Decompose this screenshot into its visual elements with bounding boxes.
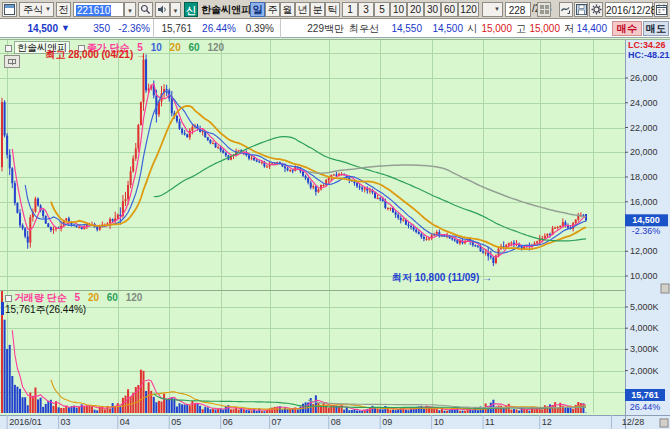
trade-value: 229백만 <box>288 19 344 38</box>
stock-chart-window: LC:34.26HC:-48.2126,00024,00022,00020,00… <box>0 0 670 429</box>
svg-text:03: 03 <box>61 417 71 427</box>
svg-text:08: 08 <box>331 417 341 427</box>
stock-code-dropdown[interactable]: ▼ <box>124 2 136 17</box>
trendline-icon <box>561 4 572 15</box>
interval-button-20[interactable]: 20 <box>407 2 424 17</box>
svg-text:24,000: 24,000 <box>630 98 658 108</box>
svg-text:09: 09 <box>382 417 392 427</box>
svg-text:-2.36%: -2.36% <box>632 226 661 236</box>
svg-text:16,000: 16,000 <box>630 197 658 207</box>
date-input[interactable]: 2016/12/28 <box>605 2 653 17</box>
current-price: 14,500 <box>8 19 58 38</box>
window-icon[interactable] <box>2 2 17 17</box>
divider <box>153 19 154 38</box>
interval-button-120[interactable]: 120 <box>458 2 479 17</box>
new-listing-badge: 신 <box>184 2 198 17</box>
series-checkbox[interactable] <box>78 45 85 52</box>
svg-text:4,000K: 4,000K <box>630 323 659 333</box>
grid-icon <box>8 59 16 64</box>
svg-text:11: 11 <box>485 417 494 427</box>
sound-dropdown[interactable]: ▼ <box>170 2 181 17</box>
chevron-down-icon: ▼ <box>127 8 133 14</box>
svg-text:12,000: 12,000 <box>630 246 658 256</box>
svg-text:20,000: 20,000 <box>630 147 658 157</box>
tab-period-month[interactable]: 월 <box>280 2 295 17</box>
svg-text:26.44%: 26.44% <box>630 402 661 412</box>
prev-stock-button[interactable]: 전 <box>56 2 71 17</box>
svg-text:15,761: 15,761 <box>631 390 659 400</box>
tab-period-week[interactable]: 주 <box>265 2 280 17</box>
svg-text:5,000K: 5,000K <box>630 302 659 312</box>
svg-text:LC:34.26: LC:34.26 <box>628 40 666 50</box>
interval-combo[interactable]: ▼ <box>482 2 503 17</box>
svg-text:2,000K: 2,000K <box>630 366 659 376</box>
chart-canvas[interactable]: LC:34.26HC:-48.2126,00024,00022,00020,00… <box>0 0 670 429</box>
interval-button-1[interactable]: 1 <box>342 2 358 17</box>
svg-text:10: 10 <box>434 417 444 427</box>
best-quote-label: 최우선 <box>349 19 379 38</box>
svg-text:12: 12 <box>542 417 552 427</box>
asset-type-combo[interactable]: 주식 ▼ <box>19 2 54 17</box>
svg-text:07: 07 <box>272 417 282 427</box>
chevron-down-icon: ▼ <box>173 8 179 14</box>
sell-order-button[interactable]: 매도 <box>643 21 669 36</box>
best-ask: 14,550 <box>382 19 422 38</box>
interval-button-3[interactable]: 3 <box>358 2 374 17</box>
save-button[interactable] <box>574 2 588 17</box>
gear-icon <box>591 4 602 15</box>
turnover-ratio: 0.39% <box>240 19 274 38</box>
main-toolbar: 주식 ▼ 전 221610 ▼ ▼ 신 한솔씨앤피 일 주 월 년 분 틱 1 … <box>0 0 670 19</box>
svg-text:26,000: 26,000 <box>630 73 658 83</box>
settings-button[interactable] <box>589 2 603 17</box>
chevron-down-icon: ▼ <box>494 3 500 16</box>
price-change-pct: -2.36% <box>112 19 150 38</box>
svg-text:HC:-48.21: HC:-48.21 <box>628 50 670 60</box>
resize-grip[interactable] <box>660 419 668 427</box>
volume-ratio: 26.44% <box>196 19 236 38</box>
calendar-button[interactable] <box>654 2 668 17</box>
search-button[interactable] <box>138 2 153 17</box>
save-icon <box>576 4 587 15</box>
tab-period-tick[interactable]: 틱 <box>325 2 340 17</box>
window-icon-glyph <box>4 4 15 15</box>
svg-text:10,000: 10,000 <box>630 271 658 281</box>
calendar-icon <box>656 4 667 15</box>
speaker-icon <box>157 4 168 15</box>
bar-count-input[interactable]: 228 <box>505 2 531 17</box>
trendline-tool-button[interactable] <box>559 2 573 17</box>
volume-value: 15,761 <box>156 19 192 38</box>
interval-button-30[interactable]: 30 <box>424 2 441 17</box>
indicator-tool-button[interactable] <box>4 55 20 68</box>
interval-button-60[interactable]: 60 <box>441 2 458 17</box>
series-checkbox[interactable] <box>5 45 12 52</box>
quote-bar: 14,500 ▼ 350 -2.36% 15,761 26.44% 0.39% … <box>0 19 670 38</box>
tab-period-minute[interactable]: 분 <box>310 2 325 17</box>
high-price: 15,000 <box>522 19 560 38</box>
stock-code-value: 221610 <box>76 5 111 16</box>
interval-button-5[interactable]: 5 <box>374 2 390 17</box>
series-checkbox[interactable] <box>5 295 12 302</box>
asset-type-label: 주식 <box>23 4 43 15</box>
svg-text:2016/01: 2016/01 <box>9 417 42 427</box>
price-change: 350 <box>80 19 110 38</box>
buy-order-button[interactable]: 매수 <box>612 21 642 36</box>
panel-splitter-button[interactable] <box>661 284 669 293</box>
chevron-down-icon: ▼ <box>45 3 51 16</box>
svg-text:04: 04 <box>120 417 130 427</box>
svg-text:14,500: 14,500 <box>632 215 660 225</box>
open-price: 15,000 <box>474 19 512 38</box>
sound-button[interactable] <box>155 2 170 17</box>
svg-text:05: 05 <box>171 417 181 427</box>
svg-text:22,000: 22,000 <box>630 123 658 133</box>
down-arrow-icon: ▼ <box>61 19 70 38</box>
search-icon <box>140 4 151 15</box>
divider <box>280 19 281 38</box>
stock-code-input[interactable]: 221610 <box>73 2 124 17</box>
svg-text:12/28: 12/28 <box>622 417 645 427</box>
compare-chart-button[interactable] <box>537 2 551 17</box>
tab-period-day[interactable]: 일 <box>250 2 265 17</box>
tab-period-year[interactable]: 년 <box>295 2 310 17</box>
best-bid: 14,500 <box>423 19 463 38</box>
svg-text:06: 06 <box>223 417 233 427</box>
interval-button-10[interactable]: 10 <box>390 2 407 17</box>
